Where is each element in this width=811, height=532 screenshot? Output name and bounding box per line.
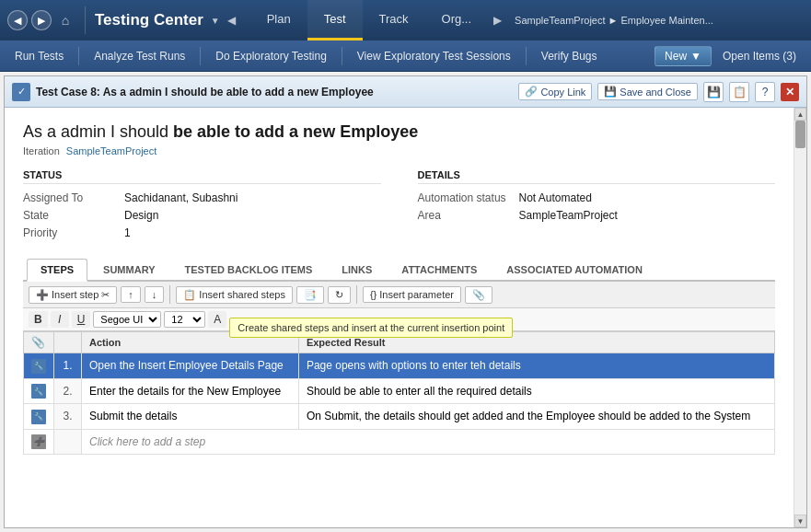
move-up-button[interactable]: ↑	[121, 286, 141, 303]
tab-test[interactable]: Test	[307, 0, 363, 40]
tabs-bar: STEPS SUMMARY TESTED BACKLOG ITEMS LINKS…	[23, 259, 775, 282]
open-items-button[interactable]: Open Items (3)	[715, 46, 804, 66]
priority-row: Priority 1	[23, 226, 381, 239]
font-family-select[interactable]: Segoe UI	[93, 311, 161, 328]
insert-parameter-label: Insert parameter	[379, 289, 454, 300]
copy-link-icon: 🔗	[525, 86, 538, 98]
do-exploratory-testing-button[interactable]: Do Exploratory Testing	[208, 46, 334, 66]
insert-shared-steps-button[interactable]: 📋 Insert shared steps	[176, 286, 293, 304]
scroll-thumb[interactable]	[795, 121, 805, 148]
details-header: DETAILS	[418, 169, 776, 184]
parameter-icon: {}	[370, 289, 377, 300]
state-row: State Design	[23, 209, 381, 222]
analyze-test-runs-button[interactable]: Analyze Test Runs	[87, 46, 192, 66]
add-step-icon: ➕	[31, 434, 46, 449]
font-color-label: A	[214, 313, 221, 326]
save-icon-button[interactable]: 💾	[703, 82, 724, 102]
create-shared-steps-button[interactable]: 📑	[296, 286, 324, 304]
form-columns: STATUS Assigned To Sachidanant, Subashni…	[23, 169, 775, 244]
step-num-cell: 1.	[54, 353, 82, 379]
insert-step-icon: ➕	[36, 289, 49, 301]
automation-status-row: Automation status Not Automated	[418, 191, 776, 204]
nav-title-dropdown[interactable]: ▼	[211, 16, 220, 26]
scroll-up-arrow[interactable]: ▲	[794, 108, 806, 121]
scroll-down-arrow[interactable]: ▼	[794, 515, 806, 527]
attachment-icon: 📎	[472, 289, 485, 301]
add-step-row[interactable]: ➕ Click here to add a step	[24, 429, 775, 454]
top-nav: ◀ ▶ ⌂ Testing Center ▼ ◀ Plan Test Track…	[0, 0, 811, 40]
format-toolbar: B I U Segoe UI 12 A Create shared steps …	[23, 308, 775, 331]
tab-tested-backlog-items[interactable]: TESTED BACKLOG ITEMS	[171, 259, 327, 280]
move-down-button[interactable]: ↓	[145, 286, 165, 303]
font-size-select[interactable]: 12	[164, 311, 205, 328]
tab-attachments[interactable]: ATTACHMENTS	[388, 259, 491, 280]
view-exploratory-sessions-button[interactable]: View Exploratory Test Sessions	[350, 46, 518, 66]
copy-link-button[interactable]: 🔗 Copy Link	[518, 83, 592, 100]
priority-value: 1	[124, 226, 131, 239]
nav-collapse-arrow[interactable]: ◀	[227, 14, 236, 27]
area-row: Area SampleTeamProject	[418, 209, 776, 222]
tab-summary[interactable]: SUMMARY	[89, 259, 168, 280]
priority-label: Priority	[23, 226, 124, 239]
step-action-cell[interactable]: Submit the details	[82, 404, 299, 430]
add-step-num	[54, 429, 82, 454]
tab-links[interactable]: LINKS	[328, 259, 386, 280]
area-value: SampleTeamProject	[519, 209, 618, 222]
bold-button[interactable]: B	[29, 311, 48, 328]
italic-button[interactable]: I	[51, 311, 69, 328]
assigned-to-label: Assigned To	[23, 191, 124, 204]
copy-link-label: Copy Link	[540, 87, 585, 98]
col-attachment-header: 📎	[24, 332, 54, 353]
attachment-col-icon: 📎	[31, 336, 45, 349]
tab-steps[interactable]: STEPS	[27, 259, 87, 282]
close-button[interactable]: ✕	[781, 83, 799, 101]
verify-bugs-button[interactable]: Verify Bugs	[534, 46, 605, 66]
font-color-button[interactable]: A	[208, 311, 226, 328]
tab-track[interactable]: Track	[363, 0, 425, 40]
scrollbar[interactable]: ▲ ▼	[794, 108, 806, 527]
add-step-icon-cell: ➕	[24, 429, 54, 454]
step-expected-cell[interactable]: Page opens with options to enter teh det…	[298, 353, 774, 379]
nav-more-button[interactable]: ▶	[488, 0, 507, 40]
automation-status-value: Not Automated	[519, 191, 592, 204]
new-button[interactable]: New ▼	[655, 46, 712, 66]
tab-org[interactable]: Org...	[425, 0, 489, 40]
tab-plan[interactable]: Plan	[250, 0, 307, 40]
secondary-toolbar: Run Tests Analyze Test Runs Do Explorato…	[0, 40, 811, 72]
insert-shared-steps-label: Insert shared steps	[199, 289, 285, 300]
step-attachment-cell: 🔧	[24, 353, 54, 379]
step-action-cell[interactable]: Open the Insert Employee Details Page	[82, 353, 299, 379]
toolbar-sep-4	[526, 47, 527, 65]
table-row[interactable]: 🔧 1. Open the Insert Employee Details Pa…	[24, 353, 775, 379]
forward-button[interactable]: ▶	[31, 10, 52, 30]
form-content: As a admin I should be able to add a new…	[5, 108, 806, 527]
table-row[interactable]: 🔧 3. Submit the details On Submit, the d…	[24, 404, 775, 430]
insert-step-button[interactable]: ➕ Insert step ✂	[29, 286, 117, 304]
nav-title: Testing Center	[95, 11, 203, 29]
step-attachment-cell: 🔧	[24, 378, 54, 404]
tooltip-text: Create shared steps and insert at the cu…	[238, 322, 504, 333]
automation-status-label: Automation status	[418, 191, 519, 204]
steps-table: 📎 Action Expected Result 🔧 1. Open the I…	[23, 331, 775, 455]
back-button[interactable]: ◀	[7, 10, 28, 30]
save-close-button[interactable]: 💾 Save and Close	[597, 83, 698, 100]
home-button[interactable]: ⌂	[55, 10, 75, 30]
browse-button[interactable]: 📋	[729, 82, 749, 102]
scroll-track[interactable]	[794, 121, 806, 515]
insert-parameter-button[interactable]: {} Insert parameter	[363, 286, 461, 303]
run-tests-button[interactable]: Run Tests	[7, 46, 71, 66]
table-row[interactable]: 🔧 2. Enter the details for the New Emplo…	[24, 378, 775, 404]
nav-divider	[85, 6, 86, 34]
step-action-cell[interactable]: Enter the details for the New Employee	[82, 378, 299, 404]
attachment-button[interactable]: 📎	[465, 286, 492, 304]
add-step-label[interactable]: Click here to add a step	[82, 429, 775, 454]
help-button[interactable]: ?	[755, 82, 775, 102]
breadcrumb: SampleTeamProject ► Employee Mainten...	[507, 15, 811, 26]
steps-toolbar: ➕ Insert step ✂ ↑ ↓ 📋 Insert shared step…	[23, 282, 775, 308]
window-titlebar: ✓ Test Case 8: As a admin I should be ab…	[5, 76, 806, 108]
underline-button[interactable]: U	[72, 311, 91, 328]
step-expected-cell[interactable]: Should be able to enter all the required…	[298, 378, 774, 404]
refresh-button[interactable]: ↻	[328, 286, 351, 304]
tab-associated-automation[interactable]: ASSOCIATED AUTOMATION	[492, 259, 655, 280]
step-expected-cell[interactable]: On Submit, the details should get added …	[298, 404, 774, 430]
